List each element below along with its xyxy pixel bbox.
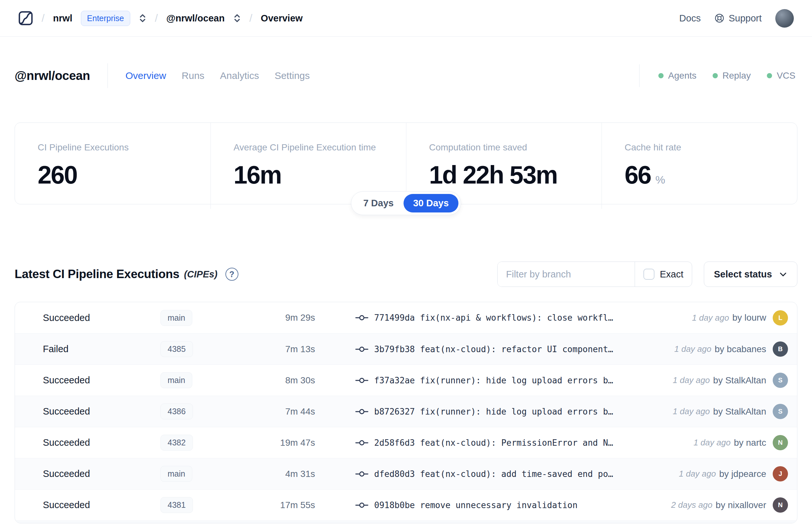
status-label: Failed xyxy=(43,344,160,355)
status-select-button[interactable]: Select status xyxy=(704,261,797,287)
breadcrumb-page: Overview xyxy=(261,13,303,24)
status-label: Succeeded xyxy=(43,500,160,510)
commit-message[interactable]: dfed80d3 feat(nx-cloud): add time-saved … xyxy=(374,469,613,479)
author-avatar[interactable]: N xyxy=(773,435,788,450)
author-label: by lourw xyxy=(732,313,766,323)
author-label: by jdpearce xyxy=(719,469,766,479)
section-subtitle: (CIPEs) xyxy=(184,269,217,280)
section-title: Latest CI Pipeline Executions xyxy=(15,267,179,281)
stat-value: 260 xyxy=(38,161,188,190)
commit-message[interactable]: 0918b0be remove unnecessary invalidation xyxy=(374,500,578,510)
commit-message[interactable]: b8726327 fix(runner): hide log upload er… xyxy=(374,407,613,417)
time-ago-label: 1 day ago xyxy=(679,469,716,479)
tab-runs[interactable]: Runs xyxy=(182,70,204,81)
commit-message[interactable]: 2d58f6d3 feat(nx-cloud): PermissionError… xyxy=(374,438,613,448)
git-commit-icon xyxy=(355,377,368,384)
commit-cell: 771499da fix(nx-api & workflows): close … xyxy=(315,313,692,322)
branch-filter-group: Exact xyxy=(497,261,692,287)
branch-cell: main xyxy=(160,372,229,388)
tab-settings[interactable]: Settings xyxy=(274,70,309,81)
divider xyxy=(639,64,640,87)
docs-link[interactable]: Docs xyxy=(679,13,701,24)
support-link[interactable]: Support xyxy=(714,13,762,24)
table-row[interactable]: Succeeded438117m 55s0918b0be remove unne… xyxy=(15,489,797,521)
git-commit-icon xyxy=(355,408,368,415)
time-ago-label: 1 day ago xyxy=(692,313,729,323)
commit-message[interactable]: 771499da fix(nx-api & workflows): close … xyxy=(374,313,613,322)
table-row[interactable]: Succeededmain8m 30sf37a32ae fix(runner):… xyxy=(15,364,797,396)
status-dot xyxy=(713,73,718,78)
stat-card: Cache hit rate66% xyxy=(601,123,797,209)
git-commit-icon xyxy=(355,501,368,509)
table-row[interactable]: Succeededmain9m 29s771499da fix(nx-api &… xyxy=(15,302,797,333)
branch-badge[interactable]: 4385 xyxy=(160,341,193,357)
help-icon[interactable]: ? xyxy=(226,268,239,281)
author-avatar[interactable]: S xyxy=(773,404,788,419)
branch-filter-input[interactable] xyxy=(497,262,635,287)
branch-cell: main xyxy=(160,466,229,482)
stat-label: Computation time saved xyxy=(429,142,579,153)
table-row[interactable]: Failed43857m 13s3b79fb38 feat(nx-cloud):… xyxy=(15,333,797,364)
stat-label: Average CI Pipeline Execution time xyxy=(233,142,383,153)
nx-cloud-logo-icon[interactable] xyxy=(18,11,33,26)
author-avatar[interactable]: N xyxy=(773,497,788,513)
exact-checkbox[interactable] xyxy=(643,269,655,280)
range-option-30-days[interactable]: 30 Days xyxy=(403,194,459,212)
row-meta: 1 day agoby bcabanesB xyxy=(674,342,788,357)
stat-label: Cache hit rate xyxy=(625,142,774,153)
author-avatar[interactable]: J xyxy=(773,466,788,481)
status-label: Succeeded xyxy=(43,375,160,386)
author-avatar[interactable]: B xyxy=(773,342,788,357)
git-commit-icon xyxy=(355,314,368,321)
workspace-header: @nrwl/ocean OverviewRunsAnalyticsSetting… xyxy=(15,58,797,94)
table-row[interactable]: Succeeded43867m 44sb8726327 fix(runner):… xyxy=(15,396,797,427)
support-label: Support xyxy=(729,13,762,24)
commit-cell: f37a32ae fix(runner): hide log upload er… xyxy=(315,376,673,385)
tab-analytics[interactable]: Analytics xyxy=(220,70,259,81)
user-avatar[interactable] xyxy=(775,9,794,28)
stat-value: 66% xyxy=(625,161,774,190)
range-option-7-days[interactable]: 7 Days xyxy=(353,194,403,212)
row-meta: 1 day agoby jdpearceJ xyxy=(679,466,788,481)
commit-cell: 3b79fb38 feat(nx-cloud): refactor UI com… xyxy=(315,344,674,354)
time-ago-label: 1 day ago xyxy=(673,406,710,417)
author-label: by bcabanes xyxy=(715,344,766,355)
author-label: by StalkAltan xyxy=(713,375,766,386)
branch-badge[interactable]: 4382 xyxy=(160,435,193,451)
breadcrumb-org[interactable]: nrwl xyxy=(53,13,73,24)
branch-badge[interactable]: main xyxy=(160,372,192,388)
workspace-switcher-icon[interactable] xyxy=(233,13,241,24)
branch-badge[interactable]: main xyxy=(160,310,192,326)
git-commit-icon xyxy=(355,470,368,478)
org-switcher-icon[interactable] xyxy=(139,13,147,24)
branch-badge[interactable]: 4381 xyxy=(160,497,193,513)
table-row[interactable]: Succeeded438219m 47s2d58f6d3 feat(nx-clo… xyxy=(15,427,797,458)
exact-toggle[interactable]: Exact xyxy=(635,262,692,287)
service-label: Agents xyxy=(668,71,696,81)
duration-label: 17m 55s xyxy=(229,500,315,510)
breadcrumb-separator: / xyxy=(42,12,45,24)
commit-message[interactable]: f37a32ae fix(runner): hide log upload er… xyxy=(374,376,613,385)
commit-message[interactable]: 3b79fb38 feat(nx-cloud): refactor UI com… xyxy=(374,344,613,354)
row-meta: 1 day agoby StalkAltanS xyxy=(673,404,788,419)
lifebuoy-icon xyxy=(714,13,725,24)
status-label: Succeeded xyxy=(43,406,160,417)
branch-badge[interactable]: main xyxy=(160,466,192,482)
breadcrumb-separator: / xyxy=(249,12,252,24)
tab-overview[interactable]: Overview xyxy=(125,70,166,81)
status-dot xyxy=(767,73,772,78)
exact-label: Exact xyxy=(660,269,684,280)
author-avatar[interactable]: L xyxy=(773,310,788,326)
duration-label: 7m 44s xyxy=(229,406,315,417)
table-row[interactable]: Succeededmain4m 31sdfed80d3 feat(nx-clou… xyxy=(15,458,797,489)
branch-cell: 4381 xyxy=(160,497,229,513)
branch-badge[interactable]: 4386 xyxy=(160,404,193,419)
duration-label: 19m 47s xyxy=(229,438,315,448)
breadcrumb-workspace[interactable]: @nrwl/ocean xyxy=(166,13,225,24)
author-avatar[interactable]: S xyxy=(773,373,788,388)
branch-cell: 4386 xyxy=(160,404,229,419)
breadcrumb-separator: / xyxy=(155,12,158,24)
status-select-label: Select status xyxy=(714,269,772,280)
time-ago-label: 2 days ago xyxy=(671,500,712,510)
stat-label: CI Pipeline Executions xyxy=(38,142,188,153)
